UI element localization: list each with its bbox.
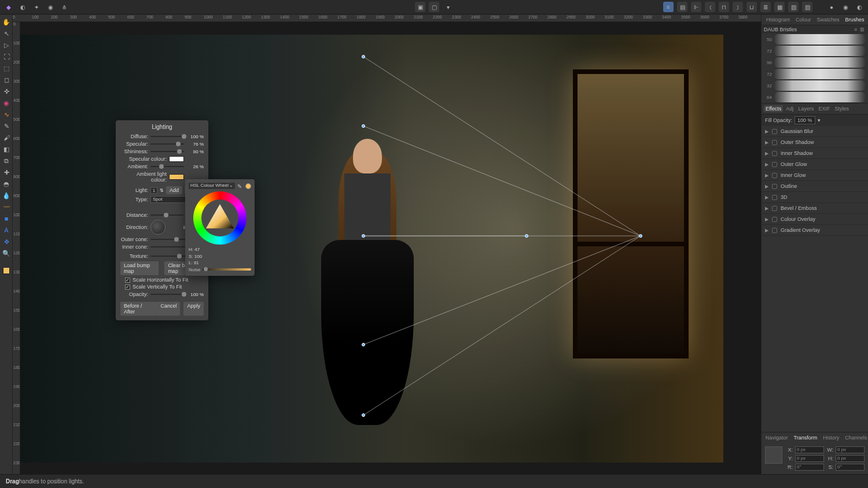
- tab-layers[interactable]: Layers: [796, 105, 815, 112]
- smudge-tool-icon[interactable]: 〰: [1, 202, 12, 212]
- light-mid-handle[interactable]: [525, 234, 528, 238]
- tab-swatches[interactable]: Swatches: [815, 16, 842, 23]
- transform-w-field[interactable]: 0 px: [836, 446, 865, 453]
- apply-button[interactable]: Apply: [183, 302, 204, 316]
- align-icon-7[interactable]: ▧: [788, 2, 799, 12]
- align-icon-1[interactable]: ⟮: [705, 2, 715, 12]
- fill-opacity-field[interactable]: 100 %: [795, 116, 815, 124]
- transform-r-field[interactable]: 0°: [795, 464, 824, 471]
- current-colour-swatch[interactable]: [245, 183, 251, 189]
- brush-preset[interactable]: 50: [762, 34, 868, 45]
- selection-tool-icon[interactable]: ⬚: [1, 63, 12, 73]
- tab-brushes[interactable]: Brushes: [843, 16, 867, 23]
- fx-row[interactable]: ▶Bevel / Emboss: [762, 203, 868, 214]
- pen-tool-icon[interactable]: ✎: [1, 121, 12, 131]
- cancel-button[interactable]: Cancel: [157, 302, 180, 316]
- fx-row[interactable]: ▶Gradient Overlay: [762, 225, 868, 236]
- dodge-tool-icon[interactable]: ◓: [1, 179, 12, 189]
- specular-colour-swatch[interactable]: [169, 156, 184, 162]
- marquee-tool-icon[interactable]: ◻: [1, 75, 12, 85]
- fx-row[interactable]: ▶3D: [762, 192, 868, 203]
- brush-category-select[interactable]: DAUB Bristles: [764, 27, 854, 32]
- brush-tool-icon[interactable]: 🖌: [1, 132, 12, 143]
- brush-view-icon[interactable]: ⊞: [860, 27, 866, 32]
- light-target-handle[interactable]: [362, 234, 365, 238]
- fx-row[interactable]: ▶Inner Glow: [762, 170, 868, 181]
- smart-select-icon[interactable]: ◉: [1, 98, 12, 108]
- persona-photo-icon[interactable]: ◐: [17, 2, 28, 12]
- specular-slider[interactable]: [150, 143, 184, 145]
- tab-effects[interactable]: Effects: [764, 105, 783, 112]
- tab-transform[interactable]: Transform: [792, 434, 819, 441]
- move-tool-icon[interactable]: ↖: [1, 28, 12, 39]
- flood-select-tool-icon[interactable]: ✜: [1, 86, 12, 97]
- tab-histogram[interactable]: Histogram: [764, 16, 792, 23]
- doc-setup-icon[interactable]: ▣: [415, 2, 425, 12]
- zoom-tool-icon[interactable]: 🔍: [1, 248, 12, 258]
- blur-tool-icon[interactable]: 💧: [1, 190, 12, 201]
- light-cone-handle-2[interactable]: [362, 124, 365, 128]
- color-picker-tool-icon[interactable]: ✥: [1, 236, 12, 247]
- fx-row[interactable]: ▶Outline: [762, 181, 868, 192]
- transform-y-field[interactable]: 0 px: [795, 455, 824, 462]
- clone-tool-icon[interactable]: ⧉: [1, 156, 12, 166]
- fx-row[interactable]: ▶Outer Glow: [762, 159, 868, 170]
- shape-tool-icon[interactable]: ■: [1, 213, 12, 224]
- help-icon[interactable]: ●: [826, 2, 837, 12]
- fx-row[interactable]: ▶Inner Shadow: [762, 148, 868, 159]
- tab-exif[interactable]: EXIF: [816, 105, 832, 112]
- align-icon-5[interactable]: ≣: [760, 2, 771, 12]
- snapping-dropdown-icon[interactable]: ▾: [443, 2, 453, 12]
- align-icon-2[interactable]: ⊓: [719, 2, 729, 12]
- fx-row[interactable]: ▶Colour Overlay: [762, 214, 868, 225]
- scale-v-checkbox[interactable]: ✓Scale Vertically To Fit: [125, 284, 204, 290]
- shininess-slider[interactable]: [150, 151, 184, 152]
- brush-preset[interactable]: 72: [762, 45, 868, 57]
- arrange-icon-1[interactable]: ≡: [663, 2, 674, 12]
- light-origin-handle[interactable]: [639, 234, 642, 238]
- tab-navigator[interactable]: Navigator: [764, 434, 790, 441]
- brush-preset[interactable]: 96: [762, 57, 868, 68]
- brush-preset[interactable]: 64: [762, 91, 868, 103]
- align-icon-6[interactable]: ▦: [774, 2, 785, 12]
- tab-adj[interactable]: Adj: [784, 105, 795, 112]
- diffuse-slider[interactable]: [150, 136, 184, 137]
- light-cone-handle-1[interactable]: [362, 55, 365, 58]
- persona-liquify-icon[interactable]: ✦: [31, 2, 42, 12]
- before-after-button[interactable]: Before / After: [120, 302, 157, 316]
- transform-x-field[interactable]: 0 px: [795, 446, 824, 453]
- sync-icon[interactable]: ◐: [854, 2, 865, 12]
- scale-h-checkbox[interactable]: ✓Scale Horizontally To Fit: [125, 277, 204, 283]
- load-bump-button[interactable]: Load bump map: [120, 261, 159, 275]
- brush-preset[interactable]: 72: [762, 68, 868, 80]
- light-number-field[interactable]: 1: [150, 187, 157, 194]
- anchor-widget[interactable]: [765, 446, 782, 464]
- colour-wheel[interactable]: [193, 191, 247, 245]
- account-icon[interactable]: ◉: [840, 2, 851, 12]
- heal-tool-icon[interactable]: ✚: [1, 167, 12, 178]
- align-icon-3[interactable]: ⟯: [733, 2, 743, 12]
- lasso-tool-icon[interactable]: ∿: [1, 109, 12, 120]
- fg-color-swatch[interactable]: [1, 265, 12, 276]
- snapping-icon[interactable]: ▢: [429, 2, 439, 12]
- noise-slider[interactable]: [203, 268, 251, 271]
- persona-develop-icon[interactable]: ◉: [45, 2, 56, 12]
- fx-row[interactable]: ▶Outer Shadow: [762, 137, 868, 148]
- crop-tool-icon[interactable]: ⛶: [1, 51, 12, 62]
- light-cone-handle-4[interactable]: [362, 413, 365, 417]
- tab-colour[interactable]: Colour: [793, 16, 814, 23]
- transform-s-field[interactable]: 0°: [836, 464, 865, 471]
- eraser-tool-icon[interactable]: ◧: [1, 144, 12, 154]
- tab-channels[interactable]: Channels: [843, 434, 868, 441]
- ambient-slider[interactable]: [150, 166, 184, 167]
- opacity-slider[interactable]: [150, 294, 184, 295]
- eyedropper-icon[interactable]: ✎: [237, 183, 243, 189]
- brush-menu-icon[interactable]: ≡: [854, 27, 860, 32]
- align-icon-8[interactable]: ▨: [802, 2, 812, 12]
- node-tool-icon[interactable]: ▷: [1, 40, 12, 50]
- brush-preset[interactable]: 32: [762, 80, 868, 91]
- transform-h-field[interactable]: 0 px: [836, 455, 865, 462]
- direction-knob[interactable]: [150, 220, 165, 235]
- arrange-icon-2[interactable]: ▤: [677, 2, 687, 12]
- distance-slider[interactable]: [150, 215, 183, 216]
